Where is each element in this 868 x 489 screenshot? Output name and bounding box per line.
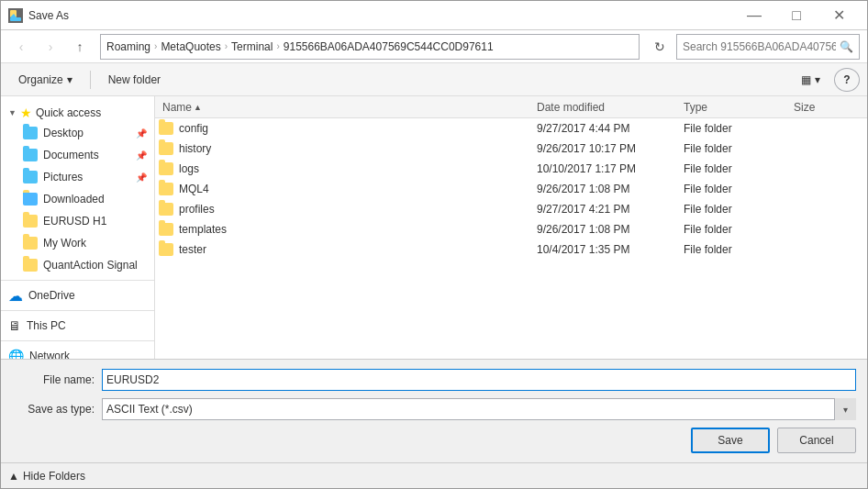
sidebar-item-thispc[interactable]: 🖥 This PC	[1, 315, 154, 337]
file-name-cell: config	[159, 122, 533, 135]
sidebar-divider	[1, 310, 154, 311]
table-row[interactable]: MQL4 9/26/2017 1:08 PM File folder	[155, 179, 867, 199]
toolbar-right: ▦ ▾ ?	[791, 68, 860, 92]
file-date-cell: 9/27/2017 4:21 PM	[533, 203, 680, 216]
column-header-date[interactable]: Date modified	[533, 96, 680, 117]
filename-input[interactable]	[102, 369, 856, 391]
folder-icon	[159, 142, 173, 155]
search-input[interactable]	[683, 40, 836, 53]
table-row[interactable]: profiles 9/27/2017 4:21 PM File folder	[155, 199, 867, 219]
search-box[interactable]: 🔍	[676, 34, 860, 60]
file-date-cell: 9/26/2017 1:08 PM	[533, 223, 680, 236]
back-button[interactable]: ‹	[8, 34, 34, 60]
filename-row: File name:	[12, 369, 856, 391]
file-date-cell: 10/10/2017 1:17 PM	[533, 162, 680, 175]
maximize-button[interactable]: □	[775, 1, 818, 30]
sidebar-item-label: Pictures	[43, 171, 83, 183]
sidebar-item-label: My Work	[43, 237, 86, 250]
file-name-cell: MQL4	[159, 183, 533, 195]
up-button[interactable]: ↑	[67, 34, 93, 60]
sidebar-divider	[1, 340, 154, 341]
toolbar-separator	[90, 71, 91, 89]
sidebar-section-quick-access[interactable]: ▼ ★ Quick access	[1, 100, 154, 122]
breadcrumb-item: Terminal	[231, 40, 273, 53]
breadcrumb-item: 915566BA06ADA407569C544CC0D97611	[284, 40, 494, 53]
file-date-cell: 9/26/2017 1:08 PM	[533, 183, 680, 195]
folder-icon	[159, 162, 173, 175]
window-controls: — □ ✕	[733, 1, 860, 30]
sidebar-item-quantaction[interactable]: QuantAction Signal	[1, 254, 154, 276]
quick-access-label: Quick access	[36, 106, 101, 119]
file-type-cell: File folder	[680, 183, 790, 195]
nav-bar: ‹ › ↑ Roaming › MetaQuotes › Terminal › …	[1, 30, 867, 63]
file-name-cell: tester	[159, 243, 533, 256]
table-row[interactable]: logs 10/10/2017 1:17 PM File folder	[155, 159, 867, 179]
organize-button[interactable]: Organize ▾	[8, 68, 83, 92]
sidebar-item-label: EURUSD H1	[43, 215, 106, 228]
save-button[interactable]: Save	[691, 428, 770, 453]
sidebar-item-downloaded[interactable]: Downloaded	[1, 188, 154, 210]
network-icon: 🌐	[8, 349, 24, 359]
refresh-button[interactable]: ↻	[647, 34, 673, 60]
toolbar: Organize ▾ New folder ▦ ▾ ?	[1, 63, 867, 96]
sidebar-item-onedrive[interactable]: ☁ OneDrive	[1, 284, 154, 306]
minimize-button[interactable]: —	[733, 1, 775, 30]
file-type-cell: File folder	[680, 223, 790, 236]
cancel-button[interactable]: Cancel	[777, 428, 856, 453]
sidebar-item-eurusd[interactable]: EURUSD H1	[1, 210, 154, 232]
chevron-down-icon: ▼	[8, 108, 17, 117]
table-row[interactable]: tester 10/4/2017 1:35 PM File folder	[155, 239, 867, 260]
folder-icon	[23, 149, 38, 161]
sidebar-item-label: Documents	[43, 149, 99, 161]
help-button[interactable]: ?	[834, 68, 860, 92]
column-name-label: Name	[162, 101, 192, 114]
hide-folders-link[interactable]: ▲ Hide Folders	[8, 470, 85, 483]
column-header-type[interactable]: Type	[680, 96, 790, 117]
breadcrumb-sep: ›	[154, 41, 157, 51]
sort-icon: ▲	[194, 103, 202, 112]
savetype-select-wrapper: ASCII Text (*.csv) ▾	[102, 398, 856, 420]
sidebar-item-label: Network	[29, 350, 70, 359]
breadcrumb[interactable]: Roaming › MetaQuotes › Terminal › 915566…	[100, 34, 640, 60]
file-type-cell: File folder	[680, 243, 790, 256]
pin-icon: 📌	[136, 128, 147, 139]
file-date-cell: 9/26/2017 10:17 PM	[533, 142, 680, 155]
hide-folders-label: Hide Folders	[23, 470, 85, 483]
sidebar-item-desktop[interactable]: Desktop 📌	[1, 122, 154, 144]
sidebar-item-mywork[interactable]: My Work	[1, 232, 154, 254]
view-arrow-icon: ▾	[815, 73, 820, 86]
folder-icon	[23, 171, 38, 183]
table-row[interactable]: templates 9/26/2017 1:08 PM File folder	[155, 219, 867, 239]
column-header-size[interactable]: Size	[790, 96, 863, 117]
savetype-label: Save as type:	[12, 403, 95, 416]
sidebar: ▼ ★ Quick access Desktop 📌 Documents 📌 P…	[1, 96, 155, 359]
sidebar-item-pictures[interactable]: Pictures 📌	[1, 166, 154, 188]
breadcrumb-sep: ›	[225, 41, 228, 51]
column-header-name[interactable]: Name ▲	[159, 96, 533, 117]
folder-icon	[23, 127, 38, 139]
bottom-section: File name: Save as type: ASCII Text (*.c…	[1, 359, 867, 462]
folder-icon	[23, 259, 38, 272]
close-button[interactable]: ✕	[818, 1, 860, 30]
folder-icon	[159, 243, 173, 256]
folder-icon	[23, 237, 38, 250]
view-button[interactable]: ▦ ▾	[791, 68, 830, 92]
table-row[interactable]: config 9/27/2017 4:44 PM File folder	[155, 118, 867, 139]
sidebar-item-label: This PC	[27, 319, 66, 332]
sidebar-item-network[interactable]: 🌐 Network	[1, 345, 154, 359]
view-icon: ▦	[801, 73, 811, 86]
column-type-label: Type	[684, 101, 707, 114]
file-name-cell: history	[159, 142, 533, 155]
sidebar-item-documents[interactable]: Documents 📌	[1, 144, 154, 166]
new-folder-button[interactable]: New folder	[98, 68, 171, 92]
table-row[interactable]: history 9/26/2017 10:17 PM File folder	[155, 139, 867, 159]
new-folder-label: New folder	[108, 73, 161, 86]
file-date-cell: 10/4/2017 1:35 PM	[533, 243, 680, 256]
main-area: ▼ ★ Quick access Desktop 📌 Documents 📌 P…	[1, 96, 867, 359]
savetype-select[interactable]: ASCII Text (*.csv)	[102, 398, 856, 420]
sidebar-item-label: Desktop	[43, 127, 83, 139]
search-icon: 🔍	[840, 40, 853, 53]
breadcrumb-item: Roaming	[106, 40, 150, 53]
sidebar-item-label: Downloaded	[43, 193, 105, 206]
forward-button[interactable]: ›	[38, 34, 63, 60]
